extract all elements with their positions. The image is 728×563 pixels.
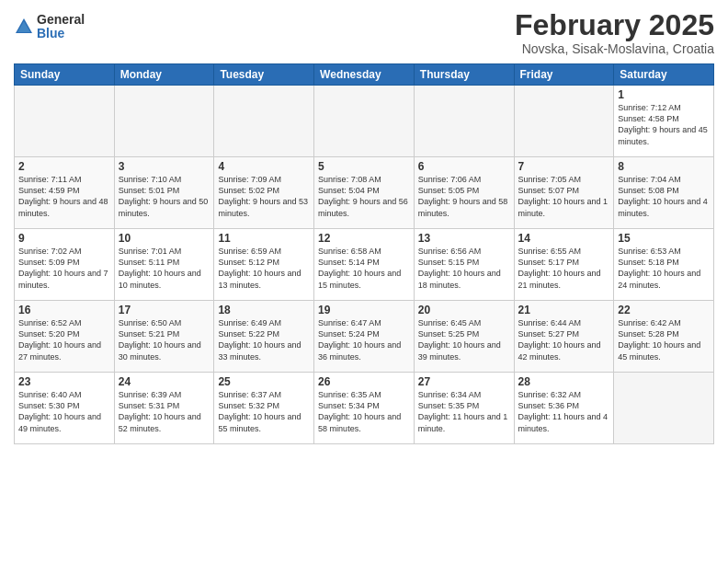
calendar-cell [514, 86, 614, 157]
calendar-table: Sunday Monday Tuesday Wednesday Thursday… [14, 63, 714, 444]
day-number: 3 [119, 160, 210, 173]
calendar-page: General Blue February 2025 Novska, Sisak… [0, 0, 728, 563]
calendar-cell: 2Sunrise: 7:11 AM Sunset: 4:59 PM Daylig… [15, 157, 115, 229]
week-row-0: 1Sunrise: 7:12 AM Sunset: 4:58 PM Daylig… [15, 86, 714, 157]
day-info: Sunrise: 6:34 AM Sunset: 5:35 PM Dayligh… [418, 389, 510, 434]
day-info: Sunrise: 6:53 AM Sunset: 5:18 PM Dayligh… [618, 246, 710, 291]
week-row-2: 9Sunrise: 7:02 AM Sunset: 5:09 PM Daylig… [15, 229, 714, 301]
day-info: Sunrise: 6:49 AM Sunset: 5:22 PM Dayligh… [218, 317, 310, 362]
day-info: Sunrise: 7:10 AM Sunset: 5:01 PM Dayligh… [119, 174, 210, 219]
calendar-header-row: Sunday Monday Tuesday Wednesday Thursday… [15, 64, 714, 86]
day-info: Sunrise: 6:52 AM Sunset: 5:20 PM Dayligh… [18, 317, 110, 362]
day-info: Sunrise: 7:09 AM Sunset: 5:02 PM Dayligh… [218, 174, 310, 219]
day-info: Sunrise: 7:12 AM Sunset: 4:58 PM Dayligh… [618, 102, 710, 147]
day-info: Sunrise: 7:01 AM Sunset: 5:11 PM Dayligh… [119, 246, 210, 291]
title-area: February 2025 Novska, Sisak-Moslavina, C… [515, 9, 714, 56]
calendar-cell: 15Sunrise: 6:53 AM Sunset: 5:18 PM Dayli… [614, 229, 714, 301]
calendar-cell: 19Sunrise: 6:47 AM Sunset: 5:24 PM Dayli… [314, 301, 415, 373]
day-info: Sunrise: 6:35 AM Sunset: 5:34 PM Dayligh… [318, 389, 410, 434]
day-number: 19 [318, 304, 410, 316]
calendar-cell: 3Sunrise: 7:10 AM Sunset: 5:01 PM Daylig… [114, 157, 214, 229]
day-number: 17 [119, 304, 210, 316]
col-sunday: Sunday [15, 64, 115, 86]
calendar-cell: 26Sunrise: 6:35 AM Sunset: 5:34 PM Dayli… [314, 373, 415, 444]
day-number: 23 [18, 375, 110, 388]
col-thursday: Thursday [414, 64, 514, 86]
day-info: Sunrise: 7:04 AM Sunset: 5:08 PM Dayligh… [618, 174, 710, 219]
day-number: 16 [18, 304, 110, 316]
header: General Blue February 2025 Novska, Sisak… [14, 9, 714, 56]
day-info: Sunrise: 6:44 AM Sunset: 5:27 PM Dayligh… [518, 317, 610, 362]
day-number: 8 [618, 160, 710, 173]
calendar-cell: 24Sunrise: 6:39 AM Sunset: 5:31 PM Dayli… [114, 373, 214, 444]
col-wednesday: Wednesday [314, 64, 415, 86]
calendar-cell: 16Sunrise: 6:52 AM Sunset: 5:20 PM Dayli… [15, 301, 115, 373]
day-number: 2 [18, 160, 110, 173]
week-row-1: 2Sunrise: 7:11 AM Sunset: 4:59 PM Daylig… [15, 157, 714, 229]
day-number: 21 [518, 304, 610, 316]
calendar-cell: 6Sunrise: 7:06 AM Sunset: 5:05 PM Daylig… [414, 157, 514, 229]
calendar-cell: 8Sunrise: 7:04 AM Sunset: 5:08 PM Daylig… [614, 157, 714, 229]
day-number: 22 [618, 304, 710, 316]
calendar-cell: 9Sunrise: 7:02 AM Sunset: 5:09 PM Daylig… [15, 229, 115, 301]
day-number: 26 [318, 375, 410, 388]
day-number: 13 [418, 232, 510, 245]
day-number: 5 [318, 160, 410, 173]
day-info: Sunrise: 6:59 AM Sunset: 5:12 PM Dayligh… [218, 246, 310, 291]
calendar-cell: 17Sunrise: 6:50 AM Sunset: 5:21 PM Dayli… [114, 301, 214, 373]
day-number: 10 [119, 232, 210, 245]
calendar-cell: 7Sunrise: 7:05 AM Sunset: 5:07 PM Daylig… [514, 157, 614, 229]
col-monday: Monday [114, 64, 214, 86]
week-row-4: 23Sunrise: 6:40 AM Sunset: 5:30 PM Dayli… [15, 373, 714, 444]
col-saturday: Saturday [614, 64, 714, 86]
calendar-cell: 28Sunrise: 6:32 AM Sunset: 5:36 PM Dayli… [514, 373, 614, 444]
day-number: 15 [618, 232, 710, 245]
month-title: February 2025 [515, 9, 714, 41]
day-number: 28 [518, 375, 610, 388]
day-number: 7 [518, 160, 610, 173]
location: Novska, Sisak-Moslavina, Croatia [515, 41, 714, 56]
calendar-cell: 22Sunrise: 6:42 AM Sunset: 5:28 PM Dayli… [614, 301, 714, 373]
day-info: Sunrise: 6:37 AM Sunset: 5:32 PM Dayligh… [218, 389, 310, 434]
calendar-cell: 23Sunrise: 6:40 AM Sunset: 5:30 PM Dayli… [15, 373, 115, 444]
day-info: Sunrise: 6:32 AM Sunset: 5:36 PM Dayligh… [518, 389, 610, 434]
col-tuesday: Tuesday [214, 64, 314, 86]
calendar-cell: 4Sunrise: 7:09 AM Sunset: 5:02 PM Daylig… [214, 157, 314, 229]
col-friday: Friday [514, 64, 614, 86]
day-info: Sunrise: 6:45 AM Sunset: 5:25 PM Dayligh… [418, 317, 510, 362]
day-number: 25 [218, 375, 310, 388]
day-info: Sunrise: 6:58 AM Sunset: 5:14 PM Dayligh… [318, 246, 410, 291]
logo: General Blue [14, 13, 85, 41]
day-info: Sunrise: 6:50 AM Sunset: 5:21 PM Dayligh… [119, 317, 210, 362]
day-number: 18 [218, 304, 310, 316]
calendar-cell [114, 86, 214, 157]
calendar-cell: 14Sunrise: 6:55 AM Sunset: 5:17 PM Dayli… [514, 229, 614, 301]
day-number: 6 [418, 160, 510, 173]
logo-text: General Blue [37, 13, 85, 41]
calendar-cell: 27Sunrise: 6:34 AM Sunset: 5:35 PM Dayli… [414, 373, 514, 444]
day-info: Sunrise: 7:11 AM Sunset: 4:59 PM Dayligh… [18, 174, 110, 219]
logo-icon [14, 17, 34, 37]
day-info: Sunrise: 7:06 AM Sunset: 5:05 PM Dayligh… [418, 174, 510, 219]
calendar-cell: 5Sunrise: 7:08 AM Sunset: 5:04 PM Daylig… [314, 157, 415, 229]
day-info: Sunrise: 7:08 AM Sunset: 5:04 PM Dayligh… [318, 174, 410, 219]
day-number: 9 [18, 232, 110, 245]
calendar-cell [614, 373, 714, 444]
day-number: 27 [418, 375, 510, 388]
day-info: Sunrise: 6:42 AM Sunset: 5:28 PM Dayligh… [618, 317, 710, 362]
calendar-cell [214, 86, 314, 157]
day-info: Sunrise: 7:02 AM Sunset: 5:09 PM Dayligh… [18, 246, 110, 291]
calendar-cell: 11Sunrise: 6:59 AM Sunset: 5:12 PM Dayli… [214, 229, 314, 301]
calendar-cell: 13Sunrise: 6:56 AM Sunset: 5:15 PM Dayli… [414, 229, 514, 301]
day-number: 20 [418, 304, 510, 316]
week-row-3: 16Sunrise: 6:52 AM Sunset: 5:20 PM Dayli… [15, 301, 714, 373]
calendar-cell: 21Sunrise: 6:44 AM Sunset: 5:27 PM Dayli… [514, 301, 614, 373]
day-number: 11 [218, 232, 310, 245]
logo-general-text: General [37, 13, 85, 27]
day-info: Sunrise: 7:05 AM Sunset: 5:07 PM Dayligh… [518, 174, 610, 219]
day-info: Sunrise: 6:47 AM Sunset: 5:24 PM Dayligh… [318, 317, 410, 362]
day-info: Sunrise: 6:56 AM Sunset: 5:15 PM Dayligh… [418, 246, 510, 291]
calendar-cell: 12Sunrise: 6:58 AM Sunset: 5:14 PM Dayli… [314, 229, 415, 301]
calendar-cell: 18Sunrise: 6:49 AM Sunset: 5:22 PM Dayli… [214, 301, 314, 373]
day-number: 24 [119, 375, 210, 388]
